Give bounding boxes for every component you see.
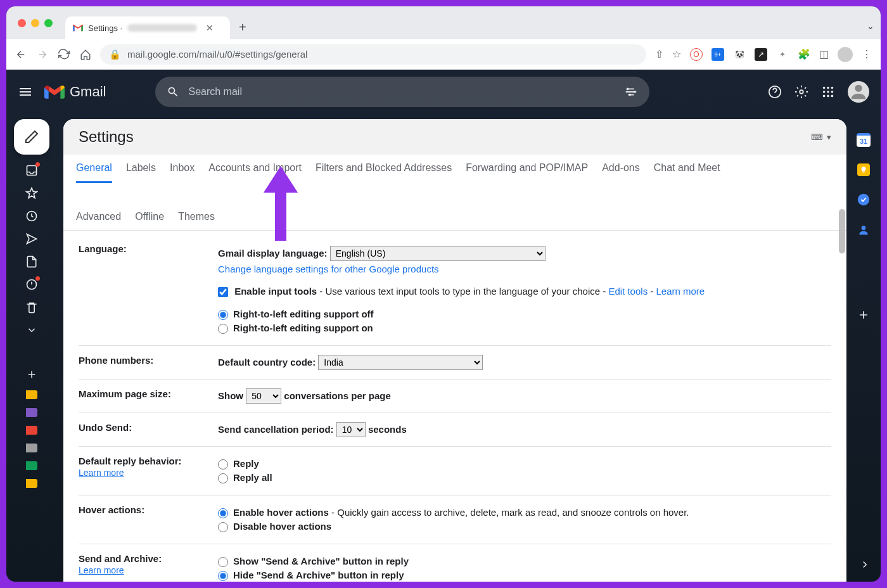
tab-forwarding[interactable]: Forwarding and POP/IMAP bbox=[466, 162, 588, 183]
apps-grid-icon[interactable] bbox=[821, 85, 835, 99]
search-icon bbox=[167, 86, 179, 98]
browser-toolbar: 🔒 mail.google.com/mail/u/0/#settings/gen… bbox=[6, 39, 881, 70]
forward-button[interactable] bbox=[37, 49, 48, 60]
disable-hover-label: Disable hover actions bbox=[233, 521, 331, 532]
trash-icon[interactable] bbox=[25, 300, 39, 314]
gmail-logo[interactable]: Gmail bbox=[44, 84, 106, 100]
display-language-select[interactable]: English (US) bbox=[330, 246, 546, 261]
pagesize-select[interactable]: 50 bbox=[246, 388, 281, 404]
extension-icon[interactable]: 9+ bbox=[712, 48, 724, 61]
search-input[interactable] bbox=[188, 86, 615, 98]
label-icon[interactable] bbox=[26, 479, 37, 488]
svg-point-1 bbox=[634, 91, 636, 93]
learn-more-link[interactable]: Learn more bbox=[656, 286, 705, 297]
extension-icon[interactable]: ↗ bbox=[755, 48, 767, 61]
disable-hover-radio[interactable] bbox=[218, 522, 228, 532]
extensions-icon[interactable]: 🧩 bbox=[798, 48, 810, 60]
keep-icon[interactable] bbox=[857, 163, 870, 176]
contacts-icon[interactable] bbox=[857, 223, 871, 237]
label-icon[interactable] bbox=[26, 444, 37, 452]
important-icon[interactable] bbox=[25, 278, 39, 291]
compose-button[interactable] bbox=[14, 119, 49, 155]
learn-more-link[interactable]: Learn more bbox=[79, 565, 218, 575]
back-button[interactable] bbox=[15, 49, 27, 60]
svg-point-2 bbox=[629, 94, 632, 96]
tab-offline[interactable]: Offline bbox=[135, 211, 164, 230]
main-menu-button[interactable] bbox=[18, 84, 33, 99]
address-bar[interactable]: 🔒 mail.google.com/mail/u/0/#settings/gen… bbox=[100, 44, 646, 65]
extension-icon[interactable]: O bbox=[690, 48, 703, 61]
search-box[interactable] bbox=[155, 77, 649, 107]
reply-label: Reply bbox=[233, 458, 259, 469]
rtl-off-radio[interactable] bbox=[218, 310, 228, 320]
add-label-icon[interactable] bbox=[25, 368, 39, 381]
minimize-window-button[interactable] bbox=[31, 19, 39, 27]
profile-avatar[interactable] bbox=[838, 47, 853, 62]
label-icon[interactable] bbox=[26, 390, 37, 399]
label-icon[interactable] bbox=[26, 426, 37, 435]
close-tab-icon[interactable]: ✕ bbox=[206, 23, 214, 33]
new-tab-button[interactable]: + bbox=[239, 20, 246, 35]
label-icon[interactable] bbox=[26, 408, 37, 417]
left-navigation-rail bbox=[6, 114, 57, 582]
tab-labels[interactable]: Labels bbox=[126, 162, 156, 183]
tab-inbox[interactable]: Inbox bbox=[170, 162, 195, 183]
account-avatar[interactable] bbox=[848, 81, 869, 103]
sent-icon[interactable] bbox=[25, 232, 39, 246]
edit-tools-link[interactable]: Edit tools bbox=[608, 286, 648, 297]
sidepanel-icon[interactable]: ◫ bbox=[819, 48, 829, 60]
tab-filters[interactable]: Filters and Blocked Addresses bbox=[316, 162, 452, 183]
maximize-window-button[interactable] bbox=[44, 19, 53, 27]
extension-icon[interactable]: ✦ bbox=[776, 48, 789, 61]
per-page-label: conversations per page bbox=[284, 390, 390, 401]
show-archive-radio[interactable] bbox=[218, 557, 228, 567]
expand-icon[interactable] bbox=[25, 323, 39, 337]
settings-gear-icon[interactable] bbox=[794, 85, 808, 99]
reload-button[interactable] bbox=[58, 49, 70, 60]
scrollbar-thumb[interactable] bbox=[839, 209, 845, 253]
calendar-icon[interactable]: 31 bbox=[857, 133, 871, 147]
change-language-link[interactable]: Change language settings for other Googl… bbox=[218, 264, 439, 274]
share-icon[interactable]: ⇧ bbox=[655, 48, 663, 60]
svg-point-7 bbox=[831, 87, 834, 89]
home-button[interactable] bbox=[80, 49, 91, 60]
enable-input-tools-checkbox[interactable] bbox=[218, 287, 228, 297]
tab-accounts-import[interactable]: Accounts and Import bbox=[208, 162, 302, 183]
kebab-menu-icon[interactable]: ⋮ bbox=[862, 48, 872, 60]
tab-advanced[interactable]: Advanced bbox=[76, 211, 121, 230]
inbox-icon[interactable] bbox=[25, 163, 39, 177]
tab-general[interactable]: General bbox=[76, 162, 112, 183]
settings-content: Language: Gmail display language: Englis… bbox=[63, 231, 846, 582]
cancellation-select[interactable]: 10 bbox=[336, 422, 366, 437]
bookmark-star-icon[interactable]: ☆ bbox=[672, 48, 681, 60]
tasks-icon[interactable] bbox=[857, 193, 871, 207]
input-method-indicator[interactable]: ⌨ ▾ bbox=[811, 132, 831, 142]
chevron-down-icon[interactable]: ⌄ bbox=[867, 21, 874, 31]
settings-header: Settings ⌨ ▾ bbox=[63, 119, 846, 155]
hide-archive-radio[interactable] bbox=[218, 571, 228, 581]
snoozed-icon[interactable] bbox=[25, 209, 39, 223]
starred-icon[interactable] bbox=[25, 186, 39, 200]
collapse-sidepanel-icon[interactable] bbox=[859, 559, 871, 573]
svg-point-4 bbox=[800, 90, 803, 94]
search-options-icon[interactable] bbox=[624, 85, 638, 99]
extension-icon[interactable]: 🐼 bbox=[733, 48, 746, 61]
tab-themes[interactable]: Themes bbox=[178, 211, 215, 230]
reply-all-radio[interactable] bbox=[218, 473, 228, 483]
browser-tab[interactable]: Settings · ✕ bbox=[65, 16, 230, 39]
country-code-select[interactable]: India bbox=[318, 355, 483, 370]
close-window-button[interactable] bbox=[18, 19, 26, 27]
rtl-on-radio[interactable] bbox=[218, 324, 228, 334]
label-icon[interactable] bbox=[26, 461, 37, 470]
keyboard-icon: ⌨ bbox=[811, 132, 823, 142]
enable-hover-radio[interactable] bbox=[218, 508, 228, 518]
add-sidepanel-icon[interactable] bbox=[857, 308, 871, 322]
help-icon[interactable] bbox=[768, 85, 782, 99]
learn-more-link[interactable]: Learn more bbox=[79, 468, 218, 478]
tab-addons[interactable]: Add-ons bbox=[602, 162, 640, 183]
reply-radio[interactable] bbox=[218, 459, 228, 470]
tab-chat-meet[interactable]: Chat and Meet bbox=[654, 162, 720, 183]
rtl-off-label: Right-to-left editing support off bbox=[233, 309, 374, 319]
drafts-icon[interactable] bbox=[25, 255, 39, 269]
svg-point-17 bbox=[858, 194, 869, 205]
